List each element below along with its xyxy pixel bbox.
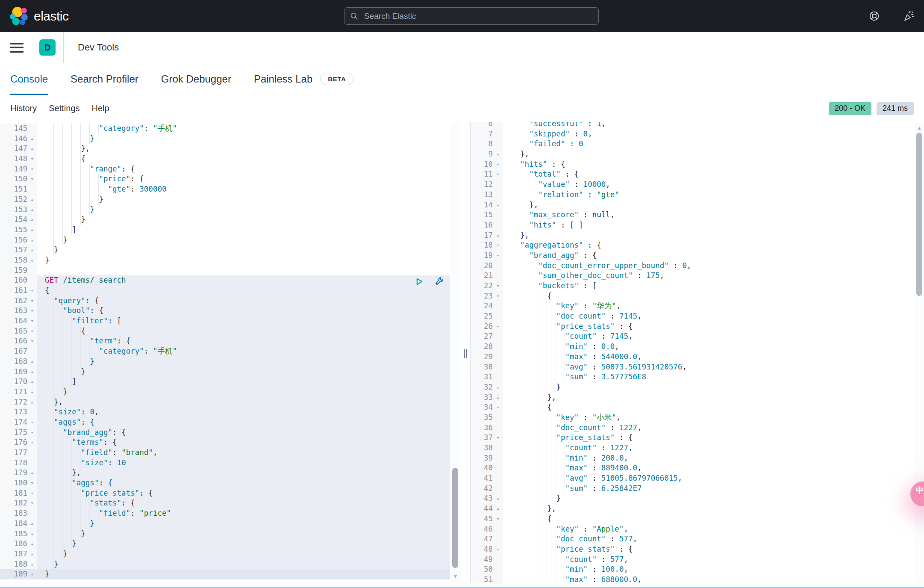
code-text[interactable]: "aggs": { <box>37 478 450 488</box>
elastic-logo[interactable]: elastic <box>9 7 69 26</box>
fold-toggle-icon[interactable]: ▴ <box>27 205 37 215</box>
fold-toggle-icon[interactable]: ▾ <box>493 544 503 555</box>
history-menu[interactable]: History <box>10 103 37 113</box>
fold-toggle-icon[interactable]: ▴ <box>27 134 37 144</box>
left-scrollbar[interactable]: ▼ <box>450 122 461 583</box>
tab-grok-debugger[interactable]: Grok Debugger <box>161 63 231 95</box>
code-text[interactable]: "terms": { <box>37 437 450 448</box>
help-menu-button[interactable] <box>868 10 880 22</box>
right-scrollbar-thumb[interactable] <box>916 133 922 296</box>
code-text[interactable]: "avg" : 51005.86797066015, <box>503 473 915 484</box>
tab-painless-lab[interactable]: Painless Lab BETA <box>254 63 354 95</box>
fold-toggle-icon[interactable]: ▾ <box>27 326 37 337</box>
fold-toggle-icon[interactable]: ▾ <box>27 428 37 438</box>
code-text[interactable]: "count" : 577, <box>503 555 915 565</box>
code-text[interactable]: "brand_agg": { <box>37 428 450 438</box>
fold-toggle-icon[interactable]: ▴ <box>27 357 37 367</box>
fold-toggle-icon[interactable]: ▴ <box>27 235 37 245</box>
fold-toggle-icon[interactable]: ▴ <box>27 539 37 549</box>
right-scrollbar[interactable]: ▲ <box>915 122 924 583</box>
code-text[interactable]: }, <box>503 149 915 160</box>
tab-search-profiler[interactable]: Search Profiler <box>71 63 138 95</box>
code-text[interactable]: }, <box>503 393 915 403</box>
code-text[interactable]: { <box>37 326 450 337</box>
fold-toggle-icon[interactable]: ▾ <box>27 488 37 499</box>
fold-toggle-icon[interactable]: ▾ <box>27 174 37 184</box>
code-text[interactable]: } <box>37 519 450 529</box>
scroll-up-arrow-icon[interactable]: ▲ <box>915 125 924 131</box>
code-text[interactable]: }, <box>37 468 450 478</box>
code-text[interactable]: "hits" : { <box>503 160 915 170</box>
code-text[interactable]: "aggregations" : { <box>503 240 915 251</box>
code-text[interactable]: "key" : "Apple", <box>503 524 915 535</box>
code-text[interactable]: "category": "手机" <box>37 124 450 134</box>
fold-toggle-icon[interactable]: ▴ <box>27 387 37 397</box>
code-text[interactable]: } <box>37 569 450 579</box>
fold-toggle-icon[interactable]: ▾ <box>27 478 37 488</box>
fold-toggle-icon[interactable]: ▾ <box>493 514 503 524</box>
code-text[interactable]: "sum" : 6.25842E7 <box>503 484 915 494</box>
code-text[interactable]: "hits" : [ ] <box>503 220 915 230</box>
code-text[interactable]: }, <box>503 200 915 210</box>
tab-console[interactable]: Console <box>10 63 48 95</box>
code-text[interactable]: "key" : "小米", <box>503 413 915 423</box>
code-text[interactable]: } <box>37 235 450 245</box>
fold-toggle-icon[interactable]: ▾ <box>27 437 37 448</box>
fold-toggle-icon[interactable]: ▴ <box>493 382 503 393</box>
fold-toggle-icon[interactable]: ▴ <box>27 468 37 478</box>
fold-toggle-icon[interactable]: ▴ <box>27 195 37 205</box>
code-text[interactable]: } <box>37 387 450 397</box>
code-text[interactable]: "brand_agg" : { <box>503 251 915 261</box>
code-text[interactable]: "query": { <box>37 296 450 306</box>
code-text[interactable]: ] <box>37 377 450 387</box>
fold-toggle-icon[interactable]: ▴ <box>27 529 37 539</box>
fold-toggle-icon[interactable]: ▾ <box>27 164 37 174</box>
code-text[interactable]: } <box>37 215 450 225</box>
code-text[interactable]: "count" : 7145, <box>503 331 915 342</box>
space-avatar[interactable]: D <box>39 39 56 56</box>
code-text[interactable]: { <box>37 286 450 296</box>
fold-toggle-icon[interactable]: ▴ <box>27 569 37 579</box>
code-text[interactable]: "category": "手机" <box>37 346 450 357</box>
code-text[interactable]: "range": { <box>37 164 450 174</box>
code-text[interactable]: "sum_other_doc_count" : 175, <box>503 271 915 281</box>
fold-toggle-icon[interactable]: ▾ <box>493 251 503 261</box>
code-text[interactable]: "sum" : 3.577756E8 <box>503 372 915 382</box>
code-text[interactable]: } <box>37 205 450 215</box>
code-text[interactable]: "price_stats" : { <box>503 433 915 443</box>
fold-toggle-icon[interactable]: ▴ <box>27 225 37 235</box>
code-text[interactable]: } <box>37 559 450 570</box>
global-search[interactable] <box>344 7 599 25</box>
fold-toggle-icon[interactable]: ▾ <box>493 291 503 301</box>
fold-toggle-icon[interactable]: ▴ <box>493 393 503 403</box>
code-text[interactable]: { <box>503 514 915 524</box>
fold-toggle-icon[interactable]: ▴ <box>493 493 503 504</box>
code-text[interactable]: "size": 0, <box>37 407 450 417</box>
fold-toggle-icon[interactable]: ▴ <box>27 519 37 529</box>
code-text[interactable]: "min" : 100.0, <box>503 564 915 575</box>
code-text[interactable]: "value" : 10000, <box>503 180 915 190</box>
code-text[interactable]: } <box>37 357 450 367</box>
response-panel[interactable]: 6"successful" : 1,7"skipped" : 0,8"faile… <box>470 122 924 583</box>
code-text[interactable]: "key" : "华为", <box>503 301 915 311</box>
code-text[interactable]: } <box>37 195 450 205</box>
code-text[interactable]: } <box>37 549 450 559</box>
code-text[interactable]: "doc_count" : 7145, <box>503 311 915 322</box>
fold-toggle-icon[interactable]: ▴ <box>27 367 37 377</box>
code-text[interactable]: "total" : { <box>503 169 915 180</box>
panel-resizer[interactable]: ‖ <box>461 122 470 583</box>
settings-menu[interactable]: Settings <box>49 103 79 113</box>
fold-toggle-icon[interactable]: ▴ <box>493 230 503 241</box>
code-text[interactable]: "field": "brand", <box>37 448 450 458</box>
code-text[interactable]: } <box>37 539 450 549</box>
code-text[interactable]: }, <box>503 504 915 514</box>
code-text[interactable]: GET /items/_search <box>37 275 450 286</box>
fold-toggle-icon[interactable]: ▾ <box>27 296 37 306</box>
code-text[interactable]: { <box>503 402 915 413</box>
request-options-wrench-icon[interactable] <box>435 277 444 287</box>
code-text[interactable]: }, <box>503 230 915 241</box>
code-text[interactable]: { <box>503 291 915 301</box>
code-text[interactable]: "relation" : "gte" <box>503 190 915 200</box>
fold-toggle-icon[interactable]: ▾ <box>27 306 37 316</box>
code-text[interactable]: "field": "price" <box>37 508 450 519</box>
